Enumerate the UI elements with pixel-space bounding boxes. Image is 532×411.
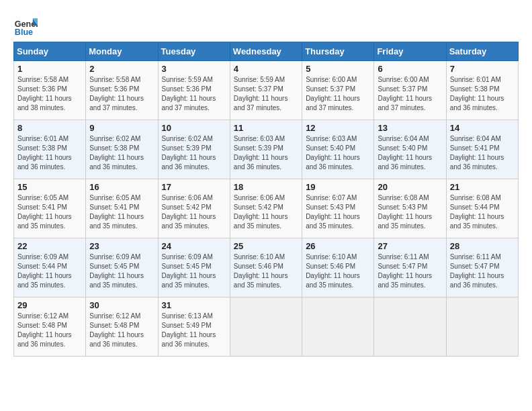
calendar-week-2: 8Sunrise: 6:01 AM Sunset: 5:38 PM Daylig… — [14, 120, 519, 179]
calendar-cell: 29Sunrise: 6:12 AM Sunset: 5:48 PM Dayli… — [14, 298, 86, 357]
day-number: 22 — [17, 241, 82, 251]
calendar-cell: 11Sunrise: 6:03 AM Sunset: 5:39 PM Dayli… — [230, 120, 302, 179]
day-info: Sunrise: 5:59 AM Sunset: 5:36 PM Dayligh… — [162, 75, 226, 113]
day-info: Sunrise: 6:05 AM Sunset: 5:41 PM Dayligh… — [89, 193, 154, 231]
calendar-cell: 31Sunrise: 6:13 AM Sunset: 5:49 PM Dayli… — [158, 298, 230, 357]
calendar-cell: 3Sunrise: 5:59 AM Sunset: 5:36 PM Daylig… — [158, 61, 230, 120]
day-info: Sunrise: 6:00 AM Sunset: 5:37 PM Dayligh… — [306, 75, 370, 113]
page-header: General Blue — [13, 13, 519, 38]
svg-text:Blue: Blue — [15, 28, 33, 37]
calendar-cell: 21Sunrise: 6:08 AM Sunset: 5:44 PM Dayli… — [446, 179, 518, 238]
day-number: 24 — [162, 241, 226, 251]
day-header-sunday: Sunday — [14, 42, 86, 61]
day-info: Sunrise: 6:11 AM Sunset: 5:47 PM Dayligh… — [450, 253, 515, 290]
day-info: Sunrise: 6:08 AM Sunset: 5:43 PM Dayligh… — [378, 193, 442, 231]
day-info: Sunrise: 6:00 AM Sunset: 5:37 PM Dayligh… — [378, 75, 442, 113]
calendar-cell: 22Sunrise: 6:09 AM Sunset: 5:44 PM Dayli… — [14, 238, 86, 298]
day-header-wednesday: Wednesday — [230, 42, 302, 61]
day-info: Sunrise: 6:04 AM Sunset: 5:41 PM Dayligh… — [450, 134, 515, 172]
day-number: 26 — [306, 241, 370, 251]
calendar-cell: 26Sunrise: 6:10 AM Sunset: 5:46 PM Dayli… — [302, 238, 374, 298]
day-number: 18 — [234, 182, 298, 192]
day-number: 20 — [378, 182, 442, 192]
calendar-cell: 25Sunrise: 6:10 AM Sunset: 5:46 PM Dayli… — [230, 238, 302, 298]
day-info: Sunrise: 6:03 AM Sunset: 5:40 PM Dayligh… — [306, 134, 370, 172]
day-header-saturday: Saturday — [446, 42, 518, 61]
calendar-cell: 17Sunrise: 6:06 AM Sunset: 5:42 PM Dayli… — [158, 179, 230, 238]
day-info: Sunrise: 6:12 AM Sunset: 5:48 PM Dayligh… — [89, 312, 154, 349]
calendar-cell: 28Sunrise: 6:11 AM Sunset: 5:47 PM Dayli… — [446, 238, 518, 298]
day-info: Sunrise: 6:09 AM Sunset: 5:45 PM Dayligh… — [162, 253, 226, 290]
calendar-cell: 20Sunrise: 6:08 AM Sunset: 5:43 PM Dayli… — [374, 179, 446, 238]
calendar-cell: 30Sunrise: 6:12 AM Sunset: 5:48 PM Dayli… — [86, 298, 158, 357]
calendar-cell: 16Sunrise: 6:05 AM Sunset: 5:41 PM Dayli… — [86, 179, 158, 238]
calendar-cell: 9Sunrise: 6:02 AM Sunset: 5:38 PM Daylig… — [86, 120, 158, 179]
calendar-cell: 19Sunrise: 6:07 AM Sunset: 5:43 PM Dayli… — [302, 179, 374, 238]
day-number: 21 — [450, 182, 515, 192]
day-number: 11 — [234, 123, 298, 133]
calendar-cell — [302, 298, 374, 357]
calendar-cell: 2Sunrise: 5:58 AM Sunset: 5:36 PM Daylig… — [86, 61, 158, 120]
calendar-cell: 5Sunrise: 6:00 AM Sunset: 5:37 PM Daylig… — [302, 61, 374, 120]
day-number: 2 — [89, 64, 154, 74]
calendar-cell: 13Sunrise: 6:04 AM Sunset: 5:40 PM Dayli… — [374, 120, 446, 179]
logo-icon: General Blue — [13, 13, 38, 38]
day-number: 15 — [17, 182, 82, 192]
day-info: Sunrise: 5:58 AM Sunset: 5:36 PM Dayligh… — [89, 75, 154, 113]
day-number: 3 — [162, 64, 226, 74]
day-info: Sunrise: 6:06 AM Sunset: 5:42 PM Dayligh… — [162, 193, 226, 231]
day-info: Sunrise: 6:09 AM Sunset: 5:45 PM Dayligh… — [89, 253, 154, 290]
day-number: 17 — [162, 182, 226, 192]
calendar-week-3: 15Sunrise: 6:05 AM Sunset: 5:41 PM Dayli… — [14, 179, 519, 238]
day-number: 16 — [89, 182, 154, 192]
day-info: Sunrise: 6:09 AM Sunset: 5:44 PM Dayligh… — [17, 253, 82, 290]
day-number: 6 — [378, 64, 442, 74]
day-info: Sunrise: 6:10 AM Sunset: 5:46 PM Dayligh… — [306, 253, 370, 290]
day-header-tuesday: Tuesday — [158, 42, 230, 61]
calendar-week-5: 29Sunrise: 6:12 AM Sunset: 5:48 PM Dayli… — [14, 298, 519, 357]
day-number: 7 — [450, 64, 515, 74]
day-info: Sunrise: 6:03 AM Sunset: 5:39 PM Dayligh… — [234, 134, 298, 172]
day-number: 28 — [450, 241, 515, 251]
calendar-cell: 27Sunrise: 6:11 AM Sunset: 5:47 PM Dayli… — [374, 238, 446, 298]
calendar-week-4: 22Sunrise: 6:09 AM Sunset: 5:44 PM Dayli… — [14, 238, 519, 298]
calendar-cell: 24Sunrise: 6:09 AM Sunset: 5:45 PM Dayli… — [158, 238, 230, 298]
day-info: Sunrise: 6:02 AM Sunset: 5:38 PM Dayligh… — [89, 134, 154, 172]
day-number: 1 — [17, 64, 82, 74]
logo: General Blue — [13, 13, 38, 38]
day-info: Sunrise: 6:06 AM Sunset: 5:42 PM Dayligh… — [234, 193, 298, 231]
day-number: 25 — [234, 241, 298, 251]
calendar-cell — [230, 298, 302, 357]
day-number: 4 — [234, 64, 298, 74]
day-header-friday: Friday — [374, 42, 446, 61]
calendar-cell: 8Sunrise: 6:01 AM Sunset: 5:38 PM Daylig… — [14, 120, 86, 179]
day-info: Sunrise: 6:01 AM Sunset: 5:38 PM Dayligh… — [17, 134, 82, 172]
day-info: Sunrise: 6:05 AM Sunset: 5:41 PM Dayligh… — [17, 193, 82, 231]
calendar-cell: 12Sunrise: 6:03 AM Sunset: 5:40 PM Dayli… — [302, 120, 374, 179]
calendar-cell: 4Sunrise: 5:59 AM Sunset: 5:37 PM Daylig… — [230, 61, 302, 120]
day-info: Sunrise: 6:01 AM Sunset: 5:38 PM Dayligh… — [450, 75, 515, 113]
calendar-cell: 1Sunrise: 5:58 AM Sunset: 5:36 PM Daylig… — [14, 61, 86, 120]
calendar-week-1: 1Sunrise: 5:58 AM Sunset: 5:36 PM Daylig… — [14, 61, 519, 120]
day-number: 9 — [89, 123, 154, 133]
calendar-cell: 15Sunrise: 6:05 AM Sunset: 5:41 PM Dayli… — [14, 179, 86, 238]
day-header-row: SundayMondayTuesdayWednesdayThursdayFrid… — [14, 42, 519, 61]
calendar-cell: 14Sunrise: 6:04 AM Sunset: 5:41 PM Dayli… — [446, 120, 518, 179]
day-number: 12 — [306, 123, 370, 133]
calendar-cell — [446, 298, 518, 357]
day-number: 29 — [17, 300, 82, 310]
day-number: 31 — [162, 300, 226, 310]
calendar-cell: 6Sunrise: 6:00 AM Sunset: 5:37 PM Daylig… — [374, 61, 446, 120]
day-info: Sunrise: 5:58 AM Sunset: 5:36 PM Dayligh… — [17, 75, 82, 113]
day-number: 8 — [17, 123, 82, 133]
day-info: Sunrise: 6:10 AM Sunset: 5:46 PM Dayligh… — [234, 253, 298, 290]
day-header-thursday: Thursday — [302, 42, 374, 61]
day-info: Sunrise: 6:08 AM Sunset: 5:44 PM Dayligh… — [450, 193, 515, 231]
day-info: Sunrise: 5:59 AM Sunset: 5:37 PM Dayligh… — [234, 75, 298, 113]
day-info: Sunrise: 6:04 AM Sunset: 5:40 PM Dayligh… — [378, 134, 442, 172]
day-number: 23 — [89, 241, 154, 251]
day-number: 5 — [306, 64, 370, 74]
day-info: Sunrise: 6:11 AM Sunset: 5:47 PM Dayligh… — [378, 253, 442, 290]
day-info: Sunrise: 6:07 AM Sunset: 5:43 PM Dayligh… — [306, 193, 370, 231]
calendar-cell: 7Sunrise: 6:01 AM Sunset: 5:38 PM Daylig… — [446, 61, 518, 120]
